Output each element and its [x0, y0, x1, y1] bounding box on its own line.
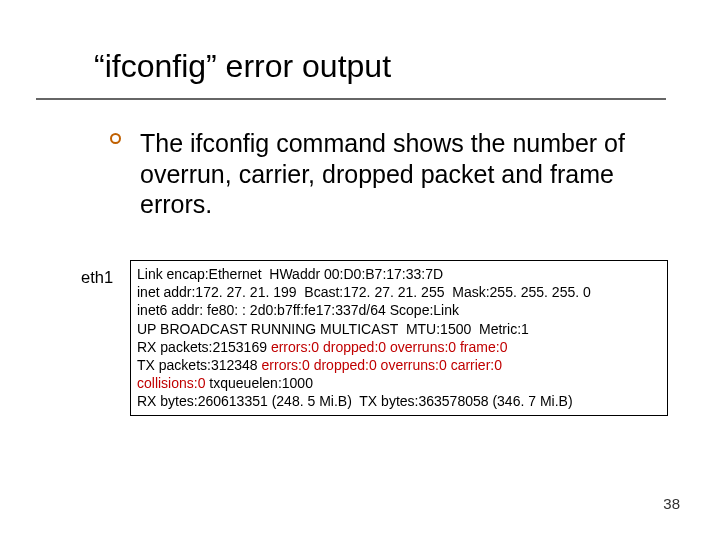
- output-line-2: inet addr:172. 27. 21. 199 Bcast:172. 27…: [137, 283, 661, 301]
- output-line-7: collisions:0 txqueuelen:1000: [137, 374, 661, 392]
- bullet-text: The ifconfig command shows the number of…: [140, 128, 660, 220]
- title-underline: [36, 98, 666, 100]
- collisions: collisions:0: [137, 375, 205, 391]
- tx-errors: errors:0 dropped:0 overruns:0 carrier:0: [262, 357, 502, 373]
- bullet-icon: [110, 133, 121, 144]
- interface-label: eth1: [81, 268, 113, 287]
- rx-errors: errors:0 dropped:0 overruns:0 frame:0: [271, 339, 508, 355]
- slide-title: “ifconfig” error output: [94, 48, 391, 85]
- output-line-1: Link encap:Ethernet HWaddr 00:D0:B7:17:3…: [137, 265, 661, 283]
- page-number: 38: [663, 495, 680, 512]
- output-line-4: UP BROADCAST RUNNING MULTICAST MTU:1500 …: [137, 320, 661, 338]
- output-line-3: inet6 addr: fe80: : 2d0:b7ff:fe17:337d/6…: [137, 301, 661, 319]
- output-line-8: RX bytes:260613351 (248. 5 Mi.B) TX byte…: [137, 392, 661, 410]
- ifconfig-output-box: Link encap:Ethernet HWaddr 00:D0:B7:17:3…: [130, 260, 668, 416]
- output-line-5: RX packets:2153169 errors:0 dropped:0 ov…: [137, 338, 661, 356]
- output-line-6: TX packets:312348 errors:0 dropped:0 ove…: [137, 356, 661, 374]
- slide: “ifconfig” error output The ifconfig com…: [0, 0, 720, 540]
